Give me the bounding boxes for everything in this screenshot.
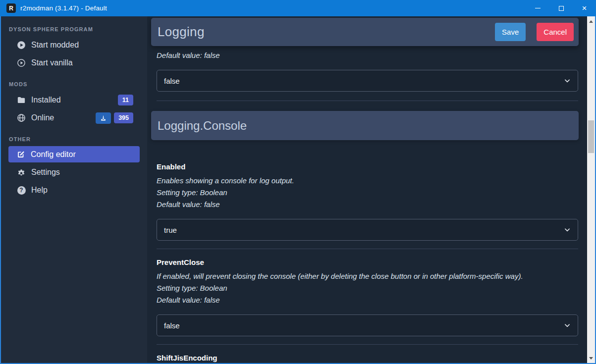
play-circle-outline-icon bbox=[17, 58, 26, 67]
save-button[interactable]: Save bbox=[495, 23, 526, 41]
sidebar: DYSON SPHERE PROGRAM Start modded Start … bbox=[1, 16, 147, 363]
sidebar-item-label: Installed bbox=[31, 96, 61, 104]
sidebar-section-other: OTHER bbox=[9, 136, 139, 142]
scroll-down-arrow[interactable] bbox=[587, 354, 595, 362]
sidebar-section-game: DYSON SPHERE PROGRAM bbox=[9, 26, 139, 32]
dropdown-selected-value: false bbox=[164, 321, 180, 330]
divider bbox=[157, 249, 578, 249]
app-window: DYSON SPHERE PROGRAM Start modded Start … bbox=[0, 16, 596, 364]
sidebar-item-label: Start vanilla bbox=[31, 58, 73, 67]
dropdown-logging-value[interactable]: false bbox=[157, 70, 578, 92]
gear-icon bbox=[17, 168, 26, 177]
sidebar-item-label: Start modded bbox=[31, 41, 79, 50]
setting-type: Setting type: Boolean bbox=[157, 282, 578, 294]
window-title: r2modman (3.1.47) - Default bbox=[20, 4, 107, 12]
vertical-scrollbar[interactable] bbox=[587, 16, 595, 363]
setting-description: If enabled, will prevent closing the con… bbox=[157, 270, 578, 282]
setting-default-value: Default value: false bbox=[157, 294, 578, 306]
sidebar-item-label: Help bbox=[31, 186, 48, 195]
titlebar: R r2modman (3.1.47) - Default × bbox=[0, 0, 596, 16]
section-title: Logging.Console bbox=[158, 119, 247, 133]
sidebar-item-label: Online bbox=[31, 113, 54, 122]
dropdown-selected-value: true bbox=[164, 226, 177, 234]
window-controls: × bbox=[526, 0, 596, 16]
setting-name: Enabled bbox=[157, 163, 578, 171]
scrollbar-thumb[interactable] bbox=[588, 120, 594, 153]
setting-type: Setting type: Boolean bbox=[157, 187, 578, 199]
close-button[interactable]: × bbox=[573, 0, 596, 16]
close-icon: × bbox=[582, 4, 587, 12]
cancel-button[interactable]: Cancel bbox=[537, 23, 574, 41]
maximize-icon bbox=[559, 6, 564, 11]
sidebar-item-label: Config editor bbox=[31, 150, 76, 159]
sidebar-item-start-vanilla[interactable]: Start vanilla bbox=[9, 54, 139, 72]
dropdown-selected-value: false bbox=[164, 77, 180, 85]
sidebar-item-start-modded[interactable]: Start modded bbox=[9, 36, 139, 54]
chevron-down-icon bbox=[564, 322, 571, 329]
sidebar-item-label: Settings bbox=[31, 168, 60, 177]
page-title: Logging bbox=[158, 24, 205, 40]
setting-default-value: Default value: false bbox=[157, 50, 578, 61]
minimize-icon bbox=[535, 8, 541, 8]
setting-default-value: Default value: false bbox=[157, 199, 578, 210]
app-logo-icon: R bbox=[6, 3, 16, 13]
setting-name: ShiftJisEncoding bbox=[157, 354, 578, 362]
sidebar-item-installed[interactable]: Installed 11 bbox=[9, 91, 139, 109]
config-section-header-logging-console: Logging.Console bbox=[151, 111, 579, 140]
sidebar-item-online[interactable]: Online 395 bbox=[9, 109, 139, 127]
globe-icon bbox=[17, 113, 26, 122]
online-count-badge: 395 bbox=[114, 112, 133, 124]
setting-name: PreventClose bbox=[157, 259, 578, 266]
setting-description: Enables showing a console for log output… bbox=[157, 175, 578, 187]
sidebar-item-help[interactable]: ? Help bbox=[9, 181, 139, 199]
play-circle-filled-icon bbox=[17, 41, 26, 50]
download-icon bbox=[100, 115, 107, 121]
scroll-up-arrow[interactable] bbox=[587, 17, 595, 25]
config-section-header-logging: Logging Save Cancel bbox=[151, 18, 579, 46]
sidebar-item-config-editor[interactable]: Config editor bbox=[8, 146, 140, 162]
chevron-down-icon bbox=[564, 77, 571, 84]
download-all-button[interactable] bbox=[96, 112, 111, 124]
dropdown-preventclose-value[interactable]: false bbox=[157, 314, 578, 336]
sidebar-item-settings[interactable]: Settings bbox=[9, 163, 139, 181]
divider bbox=[157, 344, 578, 345]
maximize-button[interactable] bbox=[549, 0, 573, 16]
config-editor-panel: Logging Save Cancel Default value: false… bbox=[147, 16, 587, 363]
help-icon: ? bbox=[17, 186, 26, 195]
edit-icon bbox=[16, 150, 25, 159]
sidebar-section-mods: MODS bbox=[9, 81, 139, 87]
folder-icon bbox=[17, 96, 26, 104]
chevron-down-icon bbox=[564, 226, 571, 233]
dropdown-enabled-value[interactable]: true bbox=[157, 219, 578, 241]
divider bbox=[157, 101, 578, 101]
minimize-button[interactable] bbox=[526, 0, 549, 16]
installed-count-badge: 11 bbox=[118, 95, 133, 106]
